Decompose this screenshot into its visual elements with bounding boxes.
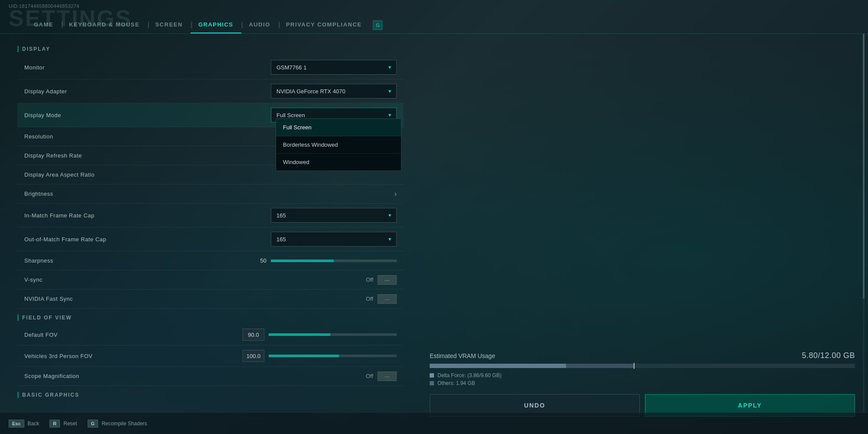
- vram-legend-delta-label: Delta Force: (3.86/9.60 GB): [437, 372, 501, 378]
- display-mode-dropdown-value: Full Screen: [276, 112, 305, 118]
- dropdown-option-fullscreen[interactable]: Full Screen: [276, 119, 401, 136]
- nvidia-fastsync-toggle-label: Off: [366, 296, 373, 302]
- scope-mag-row: Scope Magnification Off —: [17, 367, 404, 386]
- tab-keyboard[interactable]: KEYBOARD & MOUSE: [61, 17, 148, 33]
- vehicles-fov-label: Vehicles 3rd Person FOV: [24, 353, 243, 359]
- recompile-shaders-label: Recompile Shaders: [102, 421, 147, 427]
- display-mode-label: Display Mode: [24, 112, 271, 118]
- display-adapter-row: Display Adapter NVIDIA GeForce RTX 4070 …: [17, 79, 404, 103]
- monitor-dropdown[interactable]: GSM7766 1 ▾: [271, 60, 397, 75]
- display-mode-dropdown-arrow: ▾: [388, 112, 391, 118]
- tab-audio[interactable]: AUDIO: [241, 17, 278, 33]
- reset-label: Reset: [63, 421, 77, 427]
- vram-title: Estimated VRAM Usage: [430, 352, 495, 359]
- nvidia-fastsync-value: Off —: [366, 294, 397, 304]
- vram-legend-delta: Delta Force: (3.86/9.60 GB): [430, 372, 855, 378]
- vram-header: Estimated VRAM Usage 5.80/12.00 GB: [430, 351, 855, 360]
- display-adapter-dropdown-arrow: ▾: [388, 88, 391, 94]
- dropdown-option-windowed[interactable]: Windowed: [276, 154, 401, 171]
- nvidia-fastsync-toggle-btn[interactable]: —: [378, 294, 397, 304]
- scope-mag-value: Off —: [366, 372, 397, 381]
- out-frame-rate-cap-dropdown-arrow: ▾: [388, 236, 391, 242]
- sharpness-number: 50: [256, 257, 266, 264]
- vehicles-fov-row: Vehicles 3rd Person FOV 100.0: [17, 345, 404, 367]
- vehicles-fov-track[interactable]: [269, 355, 397, 357]
- content-area: DISPLAY Monitor GSM7766 1 ▾ Display Adap…: [0, 34, 868, 412]
- display-adapter-dropdown-value: NVIDIA GeForce RTX 4070: [276, 88, 345, 95]
- vsync-value: Off —: [366, 275, 397, 285]
- frame-rate-cap-dropdown-arrow: ▾: [388, 212, 391, 218]
- sharpness-fill: [271, 260, 334, 262]
- default-fov-row: Default FOV 90.0: [17, 324, 404, 345]
- g-key-badge: G: [88, 420, 99, 427]
- display-adapter-label: Display Adapter: [24, 88, 271, 95]
- default-fov-fill: [269, 333, 330, 336]
- vram-legend-others-dot: [430, 381, 434, 385]
- vram-legend: Delta Force: (3.86/9.60 GB) Others: 1.94…: [430, 372, 855, 386]
- back-label: Back: [28, 421, 39, 427]
- tab-bar: GAME KEYBOARD & MOUSE SCREEN GRAPHICS AU…: [0, 16, 868, 34]
- tab-graphics[interactable]: GRAPHICS: [191, 17, 241, 33]
- monitor-row: Monitor GSM7766 1 ▾: [17, 56, 404, 79]
- esc-key-badge: Esc: [9, 420, 24, 427]
- tab-screen[interactable]: SCREEN: [148, 17, 191, 33]
- dropdown-option-borderless[interactable]: Borderless Windowed: [276, 136, 401, 154]
- sharpness-track[interactable]: [271, 260, 397, 262]
- vehicles-fov-input[interactable]: 100.0: [243, 350, 264, 362]
- brightness-arrow-icon: ›: [395, 190, 397, 198]
- reset-button[interactable]: R Reset: [49, 420, 77, 427]
- settings-panel: DISPLAY Monitor GSM7766 1 ▾ Display Adap…: [0, 34, 421, 412]
- basic-graphics-section-label: BASIC GRAPHICS: [17, 392, 404, 398]
- scrollbar[interactable]: [863, 34, 865, 412]
- scrollbar-thumb: [863, 34, 865, 299]
- right-panel: Estimated VRAM Usage 5.80/12.00 GB Delta…: [421, 34, 868, 412]
- brightness-label: Brightness: [24, 191, 395, 197]
- frame-rate-cap-row: In-Match Frame Rate Cap 165 ▾: [17, 204, 404, 227]
- brightness-value: ›: [395, 190, 397, 198]
- frame-rate-cap-label: In-Match Frame Rate Cap: [24, 212, 271, 219]
- scope-mag-toggle-label: Off: [366, 373, 373, 379]
- display-adapter-value: NVIDIA GeForce RTX 4070 ▾: [271, 84, 397, 99]
- vram-fill-delta: [430, 364, 566, 368]
- tab-privacy[interactable]: PRIVACY COMPLIANCE: [278, 17, 370, 33]
- out-frame-rate-cap-dropdown[interactable]: 165 ▾: [271, 232, 397, 247]
- default-fov-value: 90.0: [243, 329, 397, 341]
- default-fov-label: Default FOV: [24, 332, 243, 338]
- vsync-row: V-sync Off —: [17, 270, 404, 289]
- vram-panel: Estimated VRAM Usage 5.80/12.00 GB Delta…: [430, 351, 855, 386]
- sharpness-row: Sharpness 50: [17, 251, 404, 270]
- vsync-toggle-btn[interactable]: —: [378, 275, 397, 285]
- scope-mag-toggle-btn[interactable]: —: [378, 372, 397, 381]
- out-frame-rate-cap-value: 165 ▾: [271, 232, 397, 247]
- recompile-shaders-button[interactable]: G Recompile Shaders: [88, 420, 147, 427]
- vsync-label: V-sync: [24, 276, 366, 283]
- fov-section-label: FIELD OF VIEW: [17, 315, 404, 321]
- vram-legend-others: Others: 1.94 GB: [430, 380, 855, 386]
- tab-badge: G: [373, 20, 382, 30]
- r-key-badge: R: [49, 420, 60, 427]
- monitor-dropdown-value: GSM7766 1: [276, 64, 306, 71]
- scope-mag-label: Scope Magnification: [24, 373, 366, 379]
- vehicles-fov-fill: [269, 355, 339, 357]
- display-adapter-dropdown[interactable]: NVIDIA GeForce RTX 4070 ▾: [271, 84, 397, 99]
- bottom-bar: Esc Back R Reset G Recompile Shaders: [0, 412, 868, 434]
- display-section-label: DISPLAY: [17, 46, 404, 52]
- vram-bar: [430, 364, 855, 368]
- default-fov-input[interactable]: 90.0: [243, 329, 264, 341]
- display-area-label: Display Area Aspect Ratio: [24, 171, 397, 178]
- vram-legend-delta-dot: [430, 373, 434, 378]
- display-mode-dropdown-menu: Full Screen Borderless Windowed Windowed: [276, 118, 401, 171]
- tab-game[interactable]: GAME: [26, 17, 61, 33]
- sharpness-label: Sharpness: [24, 257, 256, 264]
- brightness-row: Brightness ›: [17, 184, 404, 204]
- monitor-dropdown-arrow: ▾: [388, 64, 391, 70]
- vehicles-fov-value: 100.0: [243, 350, 397, 362]
- vram-value: 5.80/12.00 GB: [802, 351, 855, 360]
- out-frame-rate-cap-label: Out-of-Match Frame Rate Cap: [24, 236, 271, 243]
- frame-rate-cap-dropdown[interactable]: 165 ▾: [271, 208, 397, 223]
- frame-rate-cap-dropdown-value: 165: [276, 212, 286, 219]
- out-frame-rate-cap-dropdown-value: 165: [276, 236, 286, 243]
- back-button[interactable]: Esc Back: [9, 420, 39, 427]
- monitor-label: Monitor: [24, 64, 271, 71]
- default-fov-track[interactable]: [269, 333, 397, 336]
